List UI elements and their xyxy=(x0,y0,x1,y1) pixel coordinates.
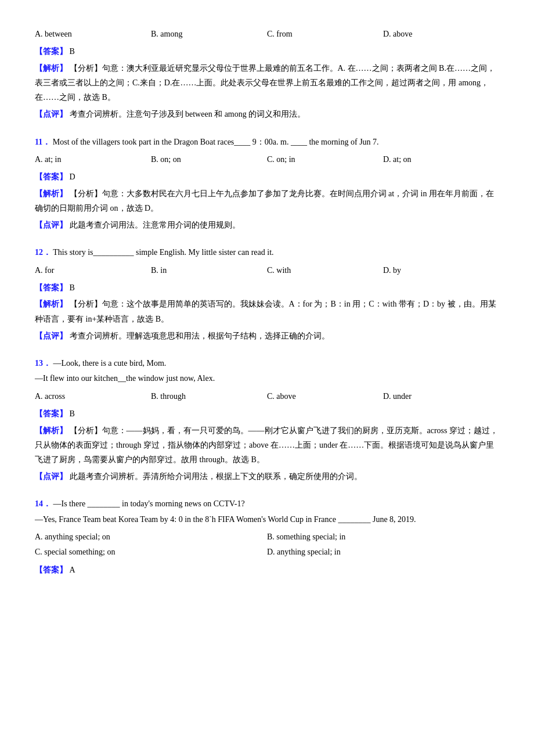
option-b: B. through xyxy=(151,389,267,404)
answer-line: 【答案】 B xyxy=(35,408,499,420)
analysis-block: 【解析】 【分析】句意：大多数村民在六月七日上午九点参加了参加了龙舟比赛。在时间… xyxy=(35,186,499,215)
analysis-detail: 【分析】句意：大多数村民在六月七日上午九点参加了参加了龙舟比赛。在时间点用介词 … xyxy=(35,189,494,213)
analysis-tag: 【解析】 xyxy=(35,300,67,308)
option-b: B. on; on xyxy=(151,152,267,167)
question-11: 11． Most of the villagers took part in t… xyxy=(35,136,499,233)
review-tag: 【点评】 xyxy=(35,332,67,340)
question-text: 14． —Is there ________ in today's mornin… xyxy=(35,498,499,510)
review-text: 此题考查介词用法。注意常用介词的使用规则。 xyxy=(70,221,240,229)
option-b: B. among xyxy=(151,27,267,42)
dialogue-2: —Yes, France Team beat Korea Team by 4: … xyxy=(35,515,416,524)
answer-value: B xyxy=(70,283,75,292)
option-a: A. at; in xyxy=(35,152,151,167)
options-row: A. between B. among C. from D. above xyxy=(35,27,499,42)
option-d: D. anything special; in xyxy=(267,545,499,560)
option-a: A. across xyxy=(35,389,151,404)
answer-value: D xyxy=(70,172,75,181)
option-c: C. with xyxy=(267,263,383,278)
question-number: 12． xyxy=(35,248,51,257)
dialogue-2-line: —Yes, France Team beat Korea Team by 4: … xyxy=(35,513,499,526)
answer-tag: 【答案】 xyxy=(35,47,67,56)
analysis-block: 【解析】 【分析】句意：——妈妈，看，有一只可爱的鸟。——刚才它从窗户飞进了我们… xyxy=(35,423,499,467)
question-10-options: A. between B. among C. from D. above 【答案… xyxy=(35,27,499,122)
question-14: 14． —Is there ________ in today's mornin… xyxy=(35,498,499,577)
review-text: 考查介词辨析。理解选项意思和用法，根据句子结构，选择正确的介词。 xyxy=(70,332,330,340)
answer-line: 【答案】 B xyxy=(35,45,499,58)
option-d: D. above xyxy=(383,27,499,42)
option-b: B. something special; in xyxy=(267,530,499,545)
option-a: A. anything special; on xyxy=(35,530,267,545)
answer-line: 【答案】 B xyxy=(35,282,499,294)
question-body: Most of the villagers took part in the D… xyxy=(53,138,379,146)
answer-tag: 【答案】 xyxy=(35,283,67,292)
dialogue-2-line: —It flew into our kitchen__the window ju… xyxy=(35,372,499,385)
options-two-col-row: A. anything special; on B. something spe… xyxy=(35,530,499,560)
option-c: C. from xyxy=(267,27,383,42)
analysis-detail: 【分析】句意：这个故事是用简单的英语写的。我妹妹会读。A：for 为；B：in … xyxy=(35,300,496,323)
option-a: A. between xyxy=(35,27,151,42)
question-text: 13． —Look, there is a cute bird, Mom. xyxy=(35,357,499,370)
answer-tag: 【答案】 xyxy=(35,172,67,181)
option-d: D. at; on xyxy=(383,152,499,167)
analysis-block: 【解析】 【分析】句意：澳大利亚最近研究显示父母位于世界上最难的前五名工作。A.… xyxy=(35,61,499,105)
option-c: C. on; in xyxy=(267,152,383,167)
question-number: 11． xyxy=(35,138,50,146)
answer-line: 【答案】 A xyxy=(35,564,499,577)
dialogue-2: —It flew into our kitchen__the window ju… xyxy=(35,374,215,383)
options-row: A. at; in B. on; on C. on; in D. at; on xyxy=(35,152,499,167)
review-tag: 【点评】 xyxy=(35,110,67,118)
answer-tag: 【答案】 xyxy=(35,566,67,574)
analysis-block: 【解析】 【分析】句意：这个故事是用简单的英语写的。我妹妹会读。A：for 为；… xyxy=(35,297,499,326)
review-tag: 【点评】 xyxy=(35,472,67,481)
analysis-detail: 【分析】句意：澳大利亚最近研究显示父母位于世界上最难的前五名工作。A. 在……之… xyxy=(35,64,495,102)
options-row: A. for B. in C. with D. by xyxy=(35,263,499,278)
option-b: B. in xyxy=(151,263,267,278)
option-a: A. for xyxy=(35,263,151,278)
question-12: 12． This story is__________ simple Engli… xyxy=(35,246,499,343)
analysis-tag: 【解析】 xyxy=(35,64,67,73)
review-text: 考查介词辨析。注意句子涉及到 between 和 among 的词义和用法。 xyxy=(70,110,306,118)
dialogue-1: —Look, there is a cute bird, Mom. xyxy=(53,359,167,368)
option-c: C. above xyxy=(267,389,383,404)
analysis-tag: 【解析】 xyxy=(35,426,67,435)
answer-tag: 【答案】 xyxy=(35,409,67,418)
review-tag: 【点评】 xyxy=(35,221,67,229)
question-number: 13． xyxy=(35,359,51,368)
answer-value: B xyxy=(70,47,75,56)
answer-line: 【答案】 D xyxy=(35,171,499,183)
option-d: D. by xyxy=(383,263,499,278)
question-body: This story is__________ simple English. … xyxy=(53,248,273,257)
dialogue-1: —Is there ________ in today's morning ne… xyxy=(53,499,245,508)
review-text: 此题考查介词辨析。弄清所给介词用法，根据上下文的联系，确定所使用的介词。 xyxy=(70,472,362,481)
question-number: 14． xyxy=(35,499,51,508)
answer-value: B xyxy=(70,409,75,418)
review-block: 【点评】 此题考查介词用法。注意常用介词的使用规则。 xyxy=(35,218,499,232)
options-row: A. across B. through C. above D. under xyxy=(35,389,499,404)
review-block: 【点评】 考查介词辨析。理解选项意思和用法，根据句子结构，选择正确的介词。 xyxy=(35,329,499,343)
review-block: 【点评】 此题考查介词辨析。弄清所给介词用法，根据上下文的联系，确定所使用的介词… xyxy=(35,469,499,484)
analysis-tag: 【解析】 xyxy=(35,189,67,198)
question-text: 11． Most of the villagers took part in t… xyxy=(35,136,499,149)
option-d: D. under xyxy=(383,389,499,404)
answer-value: A xyxy=(70,566,75,574)
option-c: C. special something; on xyxy=(35,545,267,560)
analysis-detail: 【分析】句意：——妈妈，看，有一只可爱的鸟。——刚才它从窗户飞进了我们的厨房，亚… xyxy=(35,426,498,464)
question-text: 12． This story is__________ simple Engli… xyxy=(35,246,499,259)
question-13: 13． —Look, there is a cute bird, Mom. —I… xyxy=(35,357,499,484)
review-block: 【点评】 考查介词辨析。注意句子涉及到 between 和 among 的词义和… xyxy=(35,107,499,121)
